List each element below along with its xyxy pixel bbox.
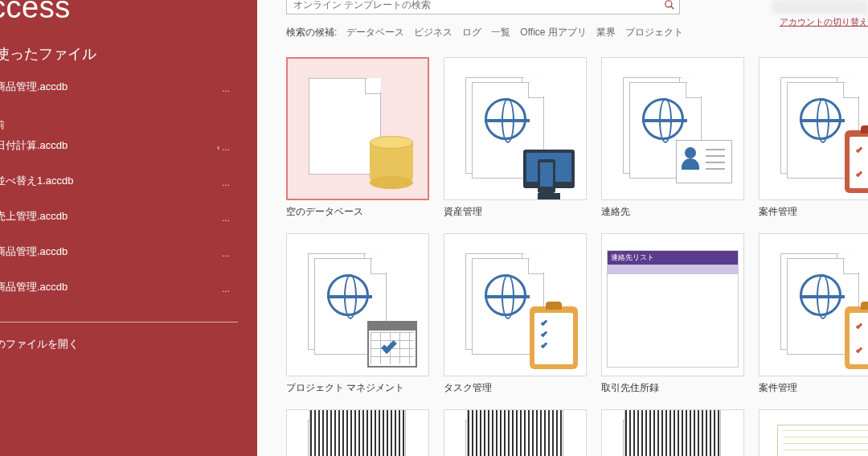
template-contacts[interactable]: 連絡先	[601, 57, 744, 219]
recent-file-item[interactable]: 売上管理.accdb …	[0, 204, 257, 240]
recent-file-name: 並べ替え1.accdb	[0, 174, 249, 188]
overflow-icon: …	[222, 214, 230, 223]
globe-icon	[800, 98, 841, 140]
search-icon[interactable]	[661, 0, 678, 13]
topbar: アカウントの切り替え	[286, 0, 868, 14]
template-thumb	[601, 57, 744, 200]
suggestion-link[interactable]: プロジェクト	[625, 26, 683, 39]
template-thumb	[759, 57, 868, 200]
suggestion-link[interactable]: Office 用アプリ	[520, 26, 586, 39]
address-list-title: 連絡先リスト	[608, 251, 738, 265]
recent-file-item[interactable]: 商品管理.accdb …	[0, 75, 257, 110]
account-name-redacted	[772, 0, 868, 14]
overflow-icon: …	[222, 285, 230, 294]
recent-file-name: 商品管理.accdb	[0, 80, 249, 94]
template-task-management[interactable]: タスク管理	[444, 233, 587, 395]
template-barcode-2[interactable]	[444, 409, 587, 456]
sidebar-divider	[0, 322, 238, 322]
template-thumb	[286, 57, 429, 200]
recent-files-heading: 使ったファイル	[0, 33, 257, 75]
contact-card-icon	[676, 140, 732, 183]
overflow-icon: …	[222, 179, 230, 187]
template-thumb	[286, 233, 429, 376]
template-label: 資産管理	[444, 205, 587, 219]
recent-file-path	[0, 224, 180, 235]
calendar-check-icon	[367, 321, 417, 368]
template-grid: 空のデータベース 資産管理	[286, 57, 868, 456]
template-label: 案件管理	[759, 381, 868, 395]
recent-file-item[interactable]: 並べ替え1.accdb …	[0, 169, 257, 204]
suggestion-link[interactable]: 一覧	[491, 26, 510, 39]
template-thumb	[444, 409, 587, 456]
overflow-icon: …	[222, 84, 230, 93]
template-blank-database[interactable]: 空のデータベース	[286, 57, 429, 219]
suggestion-link[interactable]: 業界	[596, 26, 616, 39]
recent-files-list: 商品管理.accdb … 前 日付計算.accdb ‹ … 並べ替え1.accd…	[0, 75, 257, 310]
recent-file-path	[0, 94, 180, 105]
suggestion-link[interactable]: ビジネス	[414, 26, 452, 39]
recent-file-path	[0, 153, 180, 164]
recent-file-path	[0, 188, 180, 199]
template-label: 連絡先	[601, 205, 744, 219]
clipboard-orange-icon	[530, 306, 578, 369]
main-area: アカウントの切り替え 検索の候補: データベース ビジネス ログ 一覧 Offi…	[257, 0, 868, 456]
template-thumb	[444, 57, 587, 200]
template-label: 案件管理	[759, 205, 868, 219]
account-area: アカウントの切り替え	[747, 0, 868, 28]
barcode-icon	[624, 409, 721, 456]
app-title: ccess	[0, 0, 257, 33]
template-thumb	[759, 233, 868, 376]
recent-file-item[interactable]: 商品管理.accdb …	[0, 275, 257, 310]
clipboard-orange-icon	[845, 306, 868, 369]
barcode-icon	[467, 409, 563, 456]
globe-icon	[800, 274, 841, 316]
phone-icon	[538, 159, 555, 193]
template-certificate[interactable]	[759, 409, 868, 456]
template-thumb	[601, 409, 744, 456]
recent-file-name: 商品管理.accdb	[0, 280, 249, 294]
recent-file-path	[0, 259, 180, 270]
template-thumb	[759, 409, 868, 456]
sidebar: ccess 使ったファイル 商品管理.accdb … 前 日付計算.accdb …	[0, 0, 257, 456]
recent-file-name: 商品管理.accdb	[0, 244, 249, 259]
recent-file-item[interactable]: 商品管理.accdb …	[0, 240, 257, 275]
overflow-icon: …	[222, 249, 230, 258]
globe-icon	[485, 274, 526, 316]
globe-icon	[642, 98, 684, 140]
chevron-left-icon: ‹ …	[217, 143, 230, 152]
template-label: プロジェクト マネジメント	[286, 381, 429, 395]
template-case-management-2[interactable]: 案件管理	[759, 233, 868, 395]
template-label: タスク管理	[444, 381, 587, 395]
template-project-management[interactable]: プロジェクト マネジメント	[286, 233, 429, 395]
suggestion-link[interactable]: ログ	[462, 26, 481, 39]
template-address-book[interactable]: 連絡先リスト 取引先住所録	[601, 233, 744, 395]
suggestions-label: 検索の候補:	[286, 26, 337, 39]
svg-line-1	[671, 6, 674, 10]
template-barcode-3[interactable]	[601, 409, 744, 456]
template-thumb: 連絡先リスト	[601, 233, 744, 376]
database-cylinder-icon	[370, 136, 413, 189]
template-thumb	[286, 409, 429, 456]
switch-account-link[interactable]: アカウントの切り替え	[780, 16, 868, 28]
template-search-input[interactable]	[286, 0, 680, 14]
template-label: 取引先住所録	[601, 381, 744, 395]
open-other-files[interactable]: のファイルを開く	[0, 329, 257, 359]
clipboard-red-icon	[845, 130, 868, 193]
certificate-icon	[777, 425, 868, 456]
template-asset-management[interactable]: 資産管理	[444, 57, 587, 219]
recent-file-item[interactable]: 日付計算.accdb ‹ …	[0, 134, 257, 169]
suggestion-link[interactable]: データベース	[346, 26, 404, 39]
template-barcode-1[interactable]	[286, 409, 429, 456]
template-case-management[interactable]: 案件管理	[759, 57, 868, 219]
template-label: 空のデータベース	[286, 205, 429, 219]
recent-file-path	[0, 294, 180, 306]
recent-file-name: 日付計算.accdb	[0, 138, 249, 153]
svg-point-0	[665, 1, 672, 7]
recent-group-label: 前	[0, 110, 257, 134]
barcode-icon	[309, 409, 406, 456]
globe-icon	[485, 98, 526, 140]
search-wrap	[286, 0, 680, 14]
address-list-preview-icon: 連絡先リスト	[607, 250, 739, 368]
recent-file-name: 売上管理.accdb	[0, 209, 249, 224]
template-thumb	[444, 233, 587, 376]
